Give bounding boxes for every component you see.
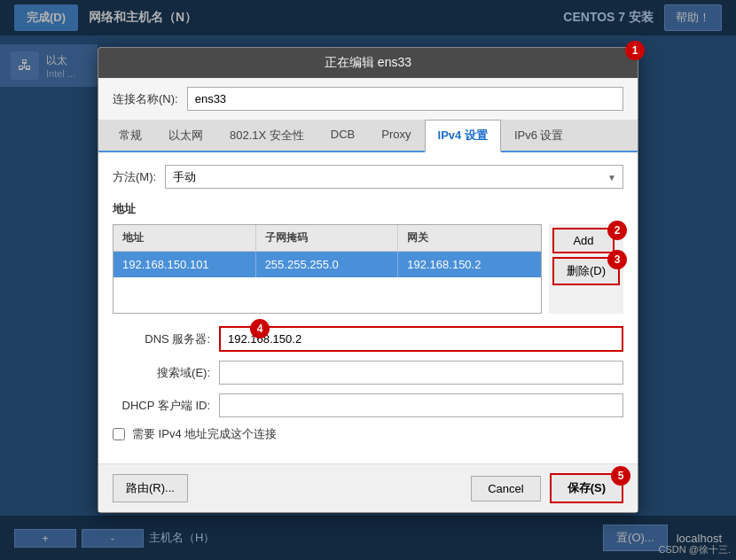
- require-ipv4-row: 需要 IPv4 地址完成这个连接: [113, 426, 623, 442]
- dhcp-row: DHCP 客户端 ID:: [113, 393, 623, 417]
- modal-overlay: 正在编辑 ens33 连接名称(N): 1 常规 以太网 802.1X 安全性 …: [0, 0, 736, 560]
- dialog-bottom: 路由(R)... Cancel 保存(S) 5: [98, 463, 638, 512]
- tab-proxy[interactable]: Proxy: [368, 120, 424, 152]
- route-button[interactable]: 路由(R)...: [113, 474, 188, 502]
- tab-ethernet[interactable]: 以太网: [155, 120, 216, 152]
- badge-2: 2: [607, 221, 627, 240]
- search-label: 搜索域(E):: [113, 365, 210, 381]
- dhcp-input[interactable]: [219, 393, 623, 417]
- tab-ipv6[interactable]: IPv6 设置: [501, 120, 577, 152]
- address-buttons: Add 2 删除(D) 3: [549, 224, 623, 314]
- conn-name-label: 连接名称(N):: [113, 91, 178, 107]
- watermark: CSDN @徐十三.: [659, 543, 731, 556]
- cancel-button[interactable]: Cancel: [471, 476, 540, 502]
- dns-row: DNS 服务器: 4: [113, 326, 623, 352]
- cell-gateway: 192.168.150.2: [398, 252, 541, 277]
- require-ipv4-label: 需要 IPv4 地址完成这个连接: [132, 426, 277, 442]
- address-area: 地址 子网掩码 网关 192.168.150.101 255.255.255.0…: [113, 224, 623, 314]
- address-table: 地址 子网掩码 网关 192.168.150.101 255.255.255.0…: [113, 224, 542, 314]
- connection-name-row: 连接名称(N): 1: [98, 78, 638, 120]
- dialog-title: 正在编辑 ens33: [98, 48, 638, 78]
- tab-general[interactable]: 常规: [106, 120, 155, 152]
- col-netmask: 子网掩码: [256, 225, 399, 251]
- cell-netmask: 255.255.255.0: [256, 252, 399, 277]
- table-row[interactable]: 192.168.150.101 255.255.255.0 192.168.15…: [114, 252, 541, 277]
- col-gateway: 网关: [398, 225, 541, 251]
- method-select-wrapper: 手动 自动 (DHCP) 仅本地链路 共享到其他计算机 禁用: [165, 165, 623, 189]
- badge-4: 4: [250, 319, 270, 338]
- tab-ipv4[interactable]: IPv4 设置: [425, 120, 501, 152]
- search-input[interactable]: [219, 361, 623, 385]
- badge-1: 1: [625, 41, 645, 60]
- conn-name-input[interactable]: [187, 87, 623, 111]
- badge-5: 5: [611, 466, 630, 486]
- method-row: 方法(M): 手动 自动 (DHCP) 仅本地链路 共享到其他计算机 禁用: [113, 165, 623, 189]
- tab-dcb[interactable]: DCB: [317, 120, 368, 152]
- method-label: 方法(M):: [113, 169, 156, 185]
- col-address: 地址: [114, 225, 256, 251]
- method-select[interactable]: 手动 自动 (DHCP) 仅本地链路 共享到其他计算机 禁用: [165, 165, 623, 189]
- dns-label: DNS 服务器:: [113, 331, 210, 347]
- ipv4-tab-content: 方法(M): 手动 自动 (DHCP) 仅本地链路 共享到其他计算机 禁用 地址: [98, 152, 638, 463]
- edit-connection-dialog: 正在编辑 ens33 连接名称(N): 1 常规 以太网 802.1X 安全性 …: [98, 47, 638, 513]
- search-domain-row: 搜索域(E):: [113, 361, 623, 385]
- table-empty-area: [114, 277, 541, 313]
- tabs-bar: 常规 以太网 802.1X 安全性 DCB Proxy IPv4 设置 IPv6…: [98, 120, 638, 152]
- add-address-button[interactable]: Add: [552, 228, 615, 253]
- require-ipv4-checkbox[interactable]: [113, 428, 125, 440]
- tab-security[interactable]: 802.1X 安全性: [216, 120, 317, 152]
- cell-address: 192.168.150.101: [114, 252, 256, 277]
- dhcp-label: DHCP 客户端 ID:: [113, 398, 210, 414]
- table-header-row: 地址 子网掩码 网关: [114, 225, 541, 252]
- dns-input[interactable]: [219, 326, 623, 352]
- address-section-title: 地址: [113, 201, 623, 217]
- badge-3: 3: [607, 250, 627, 269]
